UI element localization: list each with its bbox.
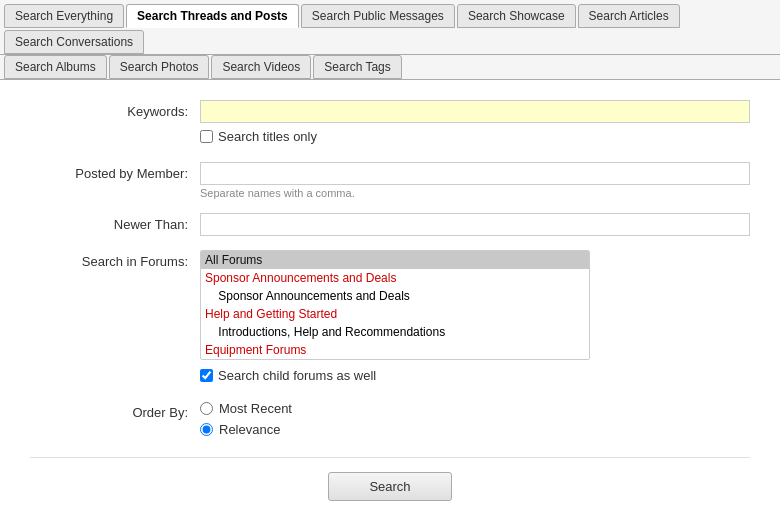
search-child-label[interactable]: Search child forums as well (218, 368, 376, 383)
search-titles-row: Search titles only (200, 129, 750, 144)
posted-by-input[interactable] (200, 162, 750, 185)
radio-most-recent-row: Most Recent (200, 401, 750, 416)
search-child-checkbox[interactable] (200, 369, 213, 382)
keywords-input[interactable] (200, 100, 750, 123)
tab-row2-1[interactable]: Search Photos (109, 55, 210, 79)
search-child-row: Search child forums as well (200, 368, 750, 383)
newer-than-row: Newer Than: (30, 213, 750, 236)
posted-by-row: Posted by Member: Separate names with a … (30, 162, 750, 199)
tab-row1-0[interactable]: Search Everything (4, 4, 124, 28)
search-titles-label[interactable]: Search titles only (218, 129, 317, 144)
newer-than-label: Newer Than: (30, 213, 200, 232)
keywords-label: Keywords: (30, 100, 200, 119)
tabs-row1: Search EverythingSearch Threads and Post… (0, 0, 780, 55)
order-by-label: Order By: (30, 401, 200, 420)
search-titles-checkbox[interactable] (200, 130, 213, 143)
search-forums-row: Search in Forums: All ForumsSponsor Anno… (30, 250, 750, 387)
order-most-recent-label[interactable]: Most Recent (219, 401, 292, 416)
newer-than-input[interactable] (200, 213, 750, 236)
posted-by-hint: Separate names with a comma. (200, 187, 750, 199)
order-by-control: Most Recent Relevance (200, 401, 750, 437)
tab-row1-4[interactable]: Search Articles (578, 4, 680, 28)
tab-row2-0[interactable]: Search Albums (4, 55, 107, 79)
posted-by-label: Posted by Member: (30, 162, 200, 181)
radio-relevance[interactable] (200, 423, 213, 436)
tab-row2-3[interactable]: Search Tags (313, 55, 402, 79)
order-by-row: Order By: Most Recent Relevance (30, 401, 750, 437)
tab-row1-1[interactable]: Search Threads and Posts (126, 4, 299, 28)
newer-than-control (200, 213, 750, 236)
radio-most-recent[interactable] (200, 402, 213, 415)
search-forums-control: All ForumsSponsor Announcements and Deal… (200, 250, 750, 387)
posted-by-control: Separate names with a comma. (200, 162, 750, 199)
tab-row2-2[interactable]: Search Videos (211, 55, 311, 79)
search-button[interactable]: Search (328, 472, 451, 501)
order-radio-group: Most Recent Relevance (200, 401, 750, 437)
tab-row1-2[interactable]: Search Public Messages (301, 4, 455, 28)
radio-relevance-row: Relevance (200, 422, 750, 437)
keywords-row: Keywords: Search titles only (30, 100, 750, 148)
tab-row1-3[interactable]: Search Showcase (457, 4, 576, 28)
tab-row1-5[interactable]: Search Conversations (4, 30, 144, 54)
tabs-row2: Search AlbumsSearch PhotosSearch VideosS… (0, 55, 780, 80)
search-btn-row: Search (30, 457, 750, 501)
keywords-control: Search titles only (200, 100, 750, 148)
order-relevance-label[interactable]: Relevance (219, 422, 280, 437)
forum-listbox[interactable]: All ForumsSponsor Announcements and Deal… (200, 250, 590, 360)
search-forums-label: Search in Forums: (30, 250, 200, 269)
